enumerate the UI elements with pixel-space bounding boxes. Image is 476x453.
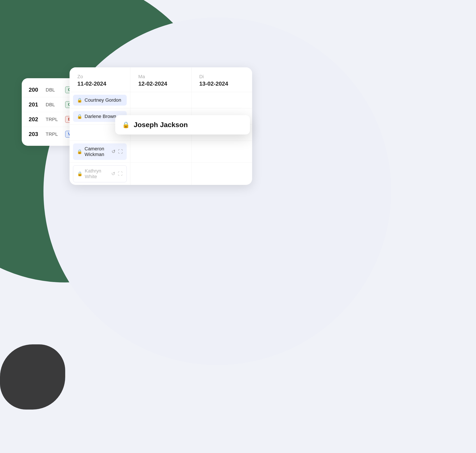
guest-name-cameron: Cameron Wickman [85, 146, 109, 157]
calendar-header: Zo 11-02-2024 Ma 12-02-2024 Di 13-02-202… [70, 67, 252, 92]
day-col-di: Di 13-02-2024 [191, 67, 252, 92]
room-number-201: 201 [29, 101, 42, 108]
room-number-202: 202 [29, 116, 42, 123]
booking-cell-cameron-di [191, 141, 252, 163]
guest-name-kathryn: Kathryn White [85, 168, 109, 179]
booking-cell-kathryn-zo[interactable]: 🔒 Kathryn White ↺ ⛶ [70, 163, 130, 185]
booking-row-courtney[interactable]: 🔒 Courtney Gordon [70, 92, 252, 108]
lock-icon-cameron: 🔒 [77, 149, 82, 154]
popup-lock-icon: 🔒 [122, 121, 130, 128]
refresh-icon-cameron[interactable]: ↺ [111, 149, 115, 155]
room-type-200: DBL [46, 87, 61, 93]
booking-cell-cameron-ma [130, 141, 191, 163]
room-type-201: DBL [46, 102, 61, 107]
room-type-202: TRPL [46, 117, 61, 122]
decorative-blob [0, 344, 65, 410]
day-date-di: 13-02-2024 [199, 80, 244, 87]
day-date-ma: 12-02-2024 [138, 80, 183, 87]
joseph-jackson-popup[interactable]: 🔒 Joseph Jackson [115, 115, 250, 134]
booking-cell-kathryn-di [191, 163, 252, 185]
day-col-ma: Ma 12-02-2024 [130, 67, 191, 92]
action-icons-kathryn: ↺ ⛶ [111, 171, 123, 177]
guest-name-darlene: Darlene Brown [85, 114, 116, 119]
day-label-zo: Zo [77, 74, 122, 79]
lock-icon-courtney: 🔒 [77, 98, 82, 103]
booking-cell-courtney-di [191, 92, 252, 108]
hierarchy-icon-kathryn[interactable]: ⛶ [118, 171, 123, 177]
lock-icon-darlene: 🔒 [77, 114, 82, 119]
room-type-203: TRPL [46, 131, 61, 137]
guest-name-courtney: Courtney Gordon [85, 97, 121, 103]
room-number-203: 203 [29, 131, 42, 138]
booking-row-kathryn[interactable]: 🔒 Kathryn White ↺ ⛶ [70, 163, 252, 185]
booking-chip-cameron[interactable]: 🔒 Cameron Wickman ↺ ⛶ [73, 143, 127, 160]
day-col-zo: Zo 11-02-2024 [70, 67, 130, 92]
booking-row-cameron[interactable]: 🔒 Cameron Wickman ↺ ⛶ [70, 141, 252, 163]
room-number-200: 200 [29, 86, 42, 93]
action-icons-cameron: ↺ ⛶ [111, 149, 123, 155]
booking-chip-courtney[interactable]: 🔒 Courtney Gordon [73, 95, 127, 106]
day-label-ma: Ma [138, 74, 183, 79]
refresh-icon-kathryn[interactable]: ↺ [111, 171, 115, 177]
booking-cell-kathryn-ma [130, 163, 191, 185]
popup-guest-name: Joseph Jackson [134, 121, 188, 129]
booking-cell-courtney-ma [130, 92, 191, 108]
hierarchy-icon-cameron[interactable]: ⛶ [118, 149, 123, 155]
day-date-zo: 11-02-2024 [77, 80, 122, 87]
booking-cell-cameron-zo[interactable]: 🔒 Cameron Wickman ↺ ⛶ [70, 141, 130, 163]
booking-rows: 🔒 Courtney Gordon 🔒 Darlene Brown [70, 92, 252, 185]
day-label-di: Di [199, 74, 244, 79]
booking-cell-courtney-zo[interactable]: 🔒 Courtney Gordon [70, 92, 130, 108]
lock-icon-kathryn: 🔒 [77, 171, 83, 177]
booking-chip-kathryn[interactable]: 🔒 Kathryn White ↺ ⛶ [73, 165, 127, 182]
